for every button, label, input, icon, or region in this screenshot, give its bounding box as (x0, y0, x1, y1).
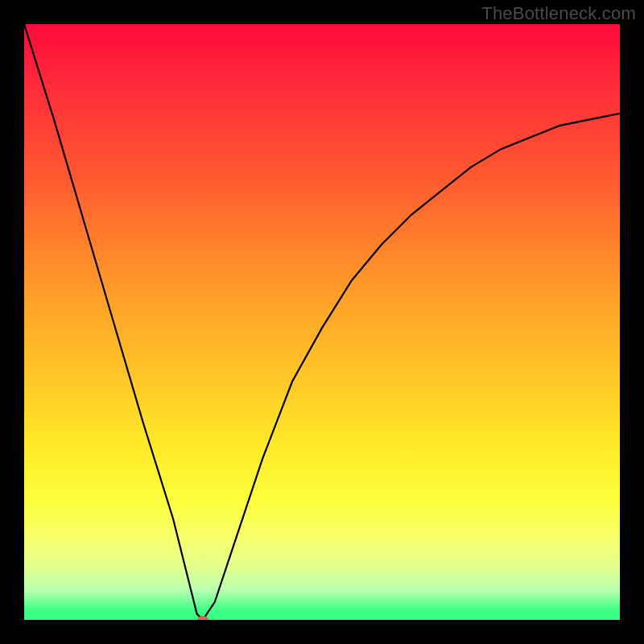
frame-right (620, 0, 644, 644)
frame-left (0, 0, 24, 644)
watermark-text: TheBottleneck.com (481, 3, 636, 24)
chart-background-gradient (24, 24, 620, 620)
chart-container: TheBottleneck.com (0, 0, 644, 644)
frame-bottom (0, 620, 644, 644)
